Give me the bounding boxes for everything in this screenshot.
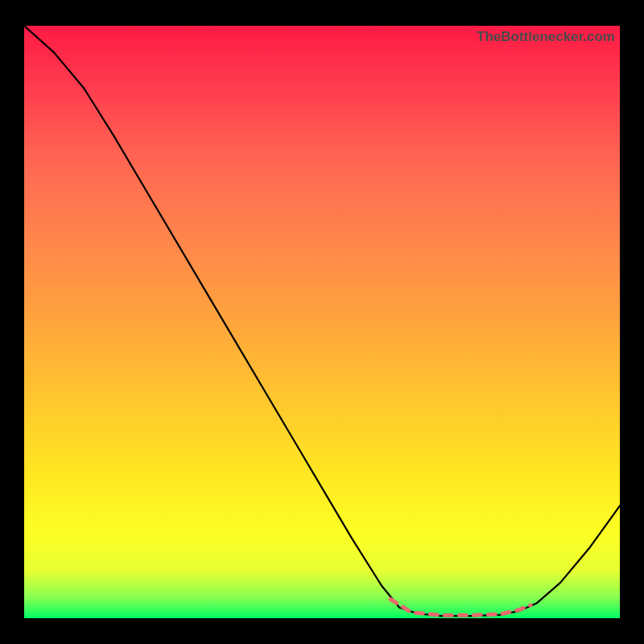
plot-area: TheBottlenecker.com — [24, 26, 620, 618]
chart-svg — [24, 26, 620, 618]
chart-container: TheBottlenecker.com — [0, 0, 644, 644]
series-main-curve — [24, 26, 620, 616]
series-dashed-highlight — [390, 599, 530, 615]
